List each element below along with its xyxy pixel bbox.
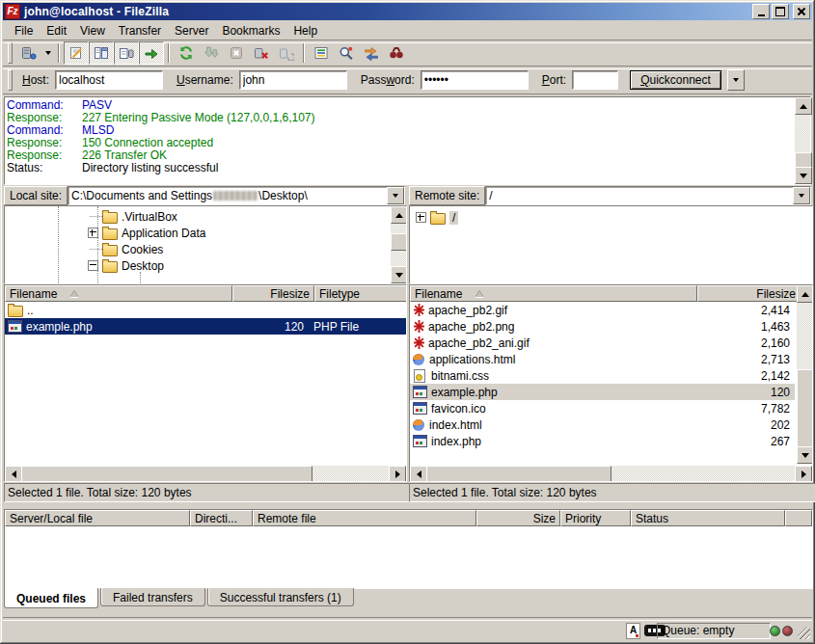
- tab-queued-files[interactable]: Queued files: [4, 588, 98, 608]
- remote-site-combo[interactable]: /: [485, 186, 811, 205]
- tree-item-cookies[interactable]: Cookies: [5, 241, 406, 257]
- remote-file-row[interactable]: index.html202: [410, 416, 795, 433]
- local-tree-scrollbar[interactable]: [391, 206, 406, 283]
- local-site-combo[interactable]: C:\Documents and Settings\Desktop\: [68, 186, 405, 205]
- menu-file[interactable]: File: [8, 22, 40, 40]
- status-bar: A Queue: empty: [3, 620, 812, 641]
- remote-file-row[interactable]: bitnami.css2,142: [410, 367, 795, 384]
- scroll-left-button[interactable]: [5, 466, 22, 482]
- scroll-thumb[interactable]: [21, 466, 312, 482]
- remote-site-dropdown[interactable]: [793, 187, 810, 204]
- minimize-button[interactable]: [752, 4, 770, 19]
- menu-server[interactable]: Server: [168, 22, 215, 40]
- process-queue-button[interactable]: [199, 41, 224, 65]
- site-manager-button[interactable]: [16, 41, 41, 65]
- quickconnect-grip[interactable]: [8, 69, 13, 91]
- tree-item-desktop[interactable]: Desktop: [5, 257, 406, 274]
- synchronized-browsing-button[interactable]: [359, 41, 384, 65]
- column-header-filename[interactable]: Filename: [410, 285, 697, 302]
- arrow-right-icon: [395, 470, 400, 478]
- toggle-remote-tree-button[interactable]: [114, 41, 139, 65]
- remote-file-row[interactable]: favicon.ico7,782: [410, 400, 795, 416]
- remote-file-row[interactable]: applications.html2,713: [410, 351, 795, 367]
- menu-view[interactable]: View: [73, 22, 112, 40]
- scroll-thumb[interactable]: [795, 152, 812, 168]
- username-input[interactable]: [239, 70, 347, 90]
- scroll-up-button[interactable]: [391, 206, 407, 224]
- remote-file-row[interactable]: apache_pb2.gif2,414: [410, 302, 795, 318]
- refresh-button[interactable]: [174, 41, 199, 65]
- menu-edit[interactable]: Edit: [40, 22, 73, 40]
- cancel-button[interactable]: [224, 41, 249, 65]
- reconnect-button[interactable]: [274, 41, 299, 65]
- log-scrollbar[interactable]: [795, 97, 810, 184]
- scroll-right-button[interactable]: [795, 466, 812, 482]
- resize-grip[interactable]: [798, 627, 810, 639]
- tree-item-virtualbox[interactable]: .VirtualBox: [5, 208, 406, 225]
- remote-file-row-selected[interactable]: example.php120: [410, 384, 795, 400]
- toolbar-grip[interactable]: [8, 42, 13, 64]
- scroll-up-button[interactable]: [795, 97, 812, 115]
- tree-item-application-data[interactable]: Application Data: [5, 225, 406, 241]
- tab-failed-transfers[interactable]: Failed transfers: [100, 588, 205, 606]
- host-input[interactable]: [55, 70, 163, 90]
- column-header-server-local-file[interactable]: Server/Local file: [5, 510, 190, 526]
- column-header-filetype[interactable]: Filetype: [314, 285, 407, 302]
- scroll-right-button[interactable]: [389, 466, 406, 482]
- find-files-button[interactable]: [384, 41, 409, 65]
- site-manager-dropdown[interactable]: [41, 42, 54, 64]
- column-header-filesize[interactable]: Filesize: [232, 285, 314, 302]
- local-site-dropdown[interactable]: [387, 187, 404, 204]
- scroll-down-button[interactable]: [795, 167, 812, 184]
- scroll-left-button[interactable]: [410, 466, 427, 482]
- scroll-thumb[interactable]: [797, 369, 813, 450]
- scroll-up-button[interactable]: [797, 285, 813, 303]
- local-file-row-parent[interactable]: ..: [5, 302, 406, 318]
- tree-item-root[interactable]: /: [410, 209, 812, 226]
- arrow-left-icon: [417, 470, 421, 478]
- close-button[interactable]: [793, 4, 810, 19]
- remote-file-row[interactable]: apache_pb2_ani.gif2,160: [410, 335, 795, 351]
- menu-bookmarks[interactable]: Bookmarks: [215, 22, 286, 40]
- remote-file-row[interactable]: apache_pb2.png1,463: [410, 318, 795, 335]
- toggle-transfer-queue-button[interactable]: [139, 41, 164, 65]
- column-header-size[interactable]: Size: [476, 510, 560, 526]
- queue-tabs: Queued files Failed transfers Successful…: [4, 588, 356, 608]
- toggle-message-log-button[interactable]: [64, 41, 89, 65]
- remote-horizontal-scrollbar[interactable]: [410, 466, 812, 481]
- maximize-button[interactable]: [772, 4, 789, 19]
- collapse-minus-icon[interactable]: [88, 260, 98, 271]
- scroll-thumb[interactable]: [426, 466, 611, 482]
- menu-help[interactable]: Help: [286, 22, 324, 40]
- directory-listing-filters-button[interactable]: [309, 41, 334, 65]
- column-header-priority[interactable]: Priority: [560, 510, 631, 526]
- tab-label: Failed transfers: [113, 591, 193, 604]
- scroll-thumb[interactable]: [391, 233, 407, 251]
- quickconnect-dropdown[interactable]: [727, 69, 745, 91]
- column-label: Size: [533, 512, 556, 525]
- tab-successful-transfers[interactable]: Successful transfers (1): [207, 588, 354, 606]
- directory-comparison-button[interactable]: [334, 41, 359, 65]
- scroll-down-button[interactable]: [797, 446, 813, 464]
- menu-transfer[interactable]: Transfer: [112, 22, 168, 40]
- expand-plus-icon[interactable]: [416, 212, 426, 223]
- local-file-row-example-php[interactable]: example.php 120 PHP File 1: [5, 318, 406, 335]
- column-label: Filesize: [756, 287, 796, 301]
- port-input[interactable]: [572, 70, 618, 90]
- disconnect-button[interactable]: [249, 41, 274, 65]
- local-horizontal-scrollbar[interactable]: [5, 466, 406, 481]
- scroll-down-button[interactable]: [391, 266, 407, 283]
- remote-vertical-scrollbar[interactable]: [797, 285, 812, 464]
- toggle-local-tree-button[interactable]: [89, 41, 114, 65]
- remote-file-row[interactable]: index.php267: [410, 433, 795, 449]
- column-header-direction[interactable]: Directi...: [190, 510, 253, 526]
- titlebar[interactable]: Fz john@localhost - FileZilla: [3, 3, 812, 20]
- expand-plus-icon[interactable]: [88, 228, 98, 238]
- column-header-status[interactable]: Status: [631, 510, 785, 526]
- column-header-filesize[interactable]: Filesize: [697, 285, 801, 302]
- column-header-remote-file[interactable]: Remote file: [253, 510, 476, 526]
- column-header-filename[interactable]: Filename: [5, 285, 232, 302]
- quickconnect-button[interactable]: Quickconnect: [630, 70, 721, 90]
- password-input[interactable]: [421, 70, 529, 90]
- column-label: Filename: [10, 287, 57, 301]
